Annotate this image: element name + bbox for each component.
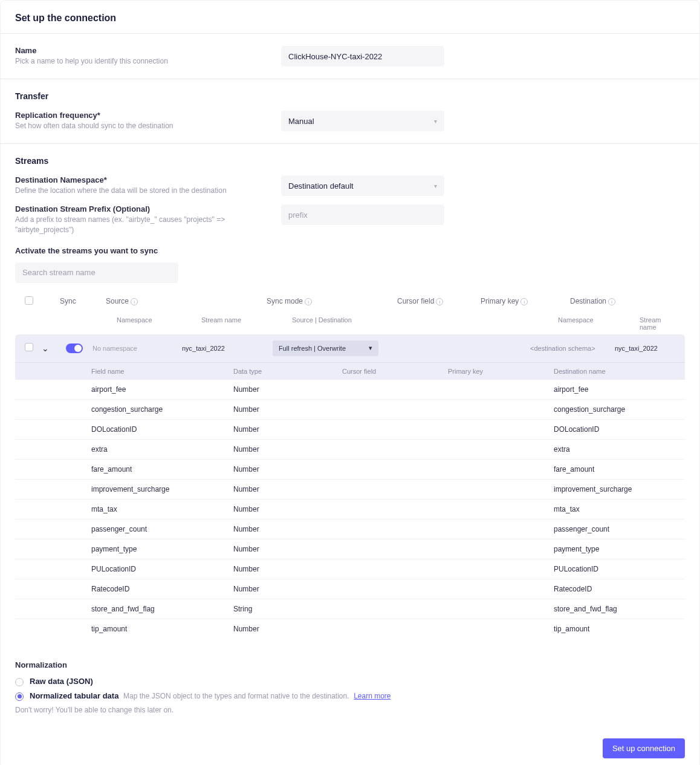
stream-namespace: No namespace	[92, 345, 177, 352]
fh-dest: Destination name	[554, 368, 675, 375]
normalization-heading: Normalization	[15, 660, 685, 669]
subcol-streamname: Stream name	[201, 316, 292, 331]
field-row: passenger_countNumberpassenger_count	[15, 519, 685, 539]
caret-down-icon: ▾	[434, 183, 437, 189]
activate-label: Activate the streams you want to sync	[15, 246, 685, 255]
info-icon: i	[436, 298, 443, 305]
field-name: payment_type	[91, 545, 233, 553]
fh-type: Data type	[233, 368, 342, 375]
col-primary: Primary key	[481, 297, 519, 305]
subcol-dest-streamname: Stream name	[640, 316, 675, 331]
field-row: DOLocationIDNumberDOLocationID	[15, 420, 685, 440]
field-row: payment_typeNumberpayment_type	[15, 539, 685, 559]
field-dest-name: extra	[554, 445, 675, 454]
col-sync: Sync	[60, 297, 101, 305]
stream-checkbox[interactable]	[25, 343, 33, 351]
caret-down-icon: ▾	[369, 344, 372, 352]
field-name: PULocationID	[91, 565, 233, 573]
field-row: mta_taxNumbermta_tax	[15, 500, 685, 519]
field-dest-name: RatecodeID	[554, 585, 675, 593]
fh-name: Field name	[91, 368, 233, 375]
radio-raw[interactable]	[15, 678, 24, 686]
info-icon: i	[131, 298, 138, 305]
field-dest-name: fare_amount	[554, 465, 675, 474]
field-row: tip_amountNumbertip_amount	[15, 619, 685, 636]
subcol-namespace: Namespace	[117, 316, 201, 331]
name-help: Pick a name to help you identify this co…	[15, 56, 267, 67]
prefix-label: Destination Stream Prefix (Optional)	[15, 204, 267, 213]
field-row: airport_feeNumberairport_fee	[15, 380, 685, 400]
field-type: Number	[233, 485, 342, 493]
radio-normalized[interactable]	[15, 692, 24, 701]
field-type: Number	[233, 425, 342, 434]
info-icon: i	[520, 298, 528, 305]
field-name: store_and_fwd_flag	[91, 605, 233, 613]
field-dest-name: passenger_count	[554, 525, 675, 533]
radio-normalized-help: Map the JSON object to the types and for…	[123, 692, 349, 700]
field-type: Number	[233, 445, 342, 454]
namespace-select[interactable]: Destination default ▾	[281, 175, 444, 196]
field-type: Number	[233, 625, 342, 633]
replication-label: Replication frequency*	[15, 111, 267, 120]
chevron-down-icon[interactable]: ⌄	[41, 343, 50, 353]
field-row: store_and_fwd_flagStringstore_and_fwd_fl…	[15, 599, 685, 619]
learn-more-link[interactable]: Learn more	[354, 692, 391, 700]
field-dest-name: PULocationID	[554, 565, 675, 573]
setup-connection-button[interactable]: Set up connection	[603, 738, 685, 758]
field-type: Number	[233, 585, 342, 593]
info-icon: i	[305, 298, 312, 305]
field-name: RatecodeID	[91, 585, 233, 593]
dest-stream-name: nyc_taxi_2022	[615, 345, 675, 352]
field-type: Number	[233, 505, 342, 513]
select-all-checkbox[interactable]	[25, 296, 33, 305]
field-dest-name: tip_amount	[554, 625, 675, 633]
field-type: Number	[233, 525, 342, 533]
field-row: extraNumberextra	[15, 440, 685, 460]
field-dest-name: congestion_surcharge	[554, 405, 675, 414]
stream-row: ⌄ No namespace nyc_taxi_2022 Full refres…	[15, 334, 685, 362]
col-source: Source	[106, 297, 129, 305]
name-input[interactable]	[281, 46, 444, 67]
stream-name: nyc_taxi_2022	[182, 345, 268, 352]
field-name: congestion_surcharge	[91, 405, 233, 414]
field-dest-name: improvement_surcharge	[554, 485, 675, 493]
transfer-heading: Transfer	[15, 91, 685, 101]
field-dest-name: airport_fee	[554, 385, 675, 394]
sync-toggle[interactable]	[66, 343, 83, 353]
field-row: congestion_surchargeNumbercongestion_sur…	[15, 400, 685, 420]
replication-select[interactable]: Manual ▾	[281, 111, 444, 131]
field-name: mta_tax	[91, 505, 233, 513]
sync-mode-select[interactable]: Full refresh | Overwrite ▾	[273, 340, 378, 356]
field-type: Number	[233, 465, 342, 474]
prefix-help: Add a prefix to stream names (ex. "airby…	[15, 215, 267, 235]
field-type: Number	[233, 405, 342, 414]
page-title: Set up the connection	[1, 1, 699, 33]
sync-mode-value: Full refresh | Overwrite	[279, 345, 346, 352]
field-name: tip_amount	[91, 625, 233, 633]
replication-value: Manual	[288, 117, 314, 126]
search-input[interactable]	[15, 262, 178, 283]
field-name: airport_fee	[91, 385, 233, 394]
field-dest-name: mta_tax	[554, 505, 675, 513]
radio-normalized-label: Normalized tabular data	[30, 691, 118, 700]
field-dest-name: payment_type	[554, 545, 675, 553]
normalization-footer: Don't worry! You'll be able to change th…	[15, 706, 685, 714]
fh-cursor: Cursor field	[342, 368, 448, 375]
fh-pk: Primary key	[448, 368, 554, 375]
field-name: extra	[91, 445, 233, 454]
field-type: Number	[233, 545, 342, 553]
prefix-input[interactable]	[281, 204, 444, 225]
namespace-label: Destination Namespace*	[15, 175, 267, 184]
field-type: String	[233, 605, 342, 613]
info-icon: i	[608, 298, 615, 305]
field-name: DOLocationID	[91, 425, 233, 434]
col-cursor: Cursor field	[397, 297, 434, 305]
col-destination: Destination	[570, 297, 606, 305]
field-dest-name: DOLocationID	[554, 425, 675, 434]
field-row: fare_amountNumberfare_amount	[15, 460, 685, 480]
field-row: PULocationIDNumberPULocationID	[15, 559, 685, 579]
dest-namespace: <destination schema>	[530, 345, 610, 352]
field-type: Number	[233, 385, 342, 394]
radio-raw-label: Raw data (JSON)	[30, 677, 93, 686]
field-dest-name: store_and_fwd_flag	[554, 605, 675, 613]
